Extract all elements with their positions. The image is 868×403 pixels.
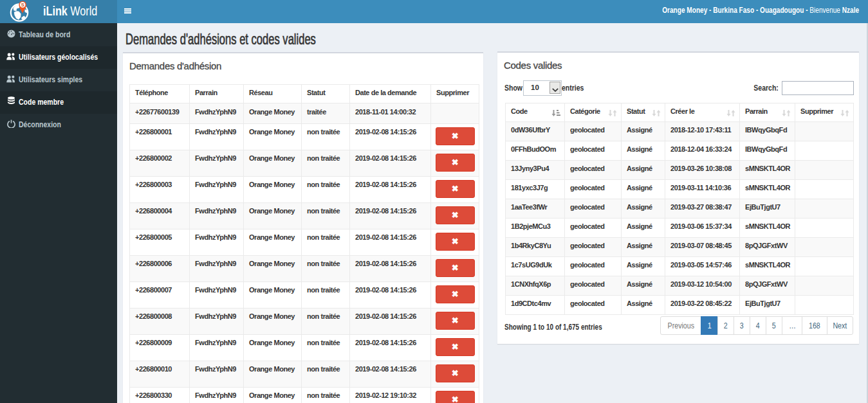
svg-text:S: S — [21, 2, 24, 8]
